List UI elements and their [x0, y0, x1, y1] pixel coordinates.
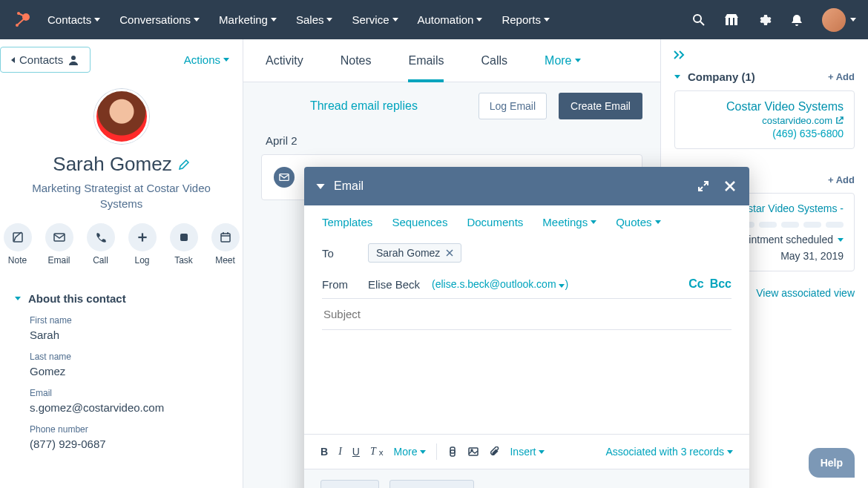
notifications-bell-icon[interactable] [789, 13, 804, 27]
chevron-down-icon [326, 18, 332, 22]
formatting-toolbar: B I U Tx More Insert Associated with 3 r… [304, 434, 749, 469]
templates-tab[interactable]: Templates [322, 216, 372, 228]
action-label: Meet [215, 255, 235, 266]
associated-records-button[interactable]: Associated with 3 records [605, 446, 733, 458]
note-button[interactable] [4, 223, 32, 251]
call-button[interactable] [87, 223, 115, 251]
company-name: Costar Video Systems [685, 100, 844, 113]
composer-title: Email [334, 179, 364, 193]
cc-button[interactable]: Cc [688, 277, 703, 291]
nav-links: Contacts Conversations Marketing Sales S… [47, 13, 550, 26]
collapse-composer-icon[interactable] [316, 184, 324, 189]
bcc-button[interactable]: Bcc [710, 277, 731, 291]
task-button[interactable] [170, 223, 198, 251]
company-card[interactable]: Costar Video Systems costarvideo.com (46… [674, 90, 855, 149]
to-row[interactable]: To Sarah Gomez [304, 236, 749, 270]
documents-tab[interactable]: Documents [467, 216, 523, 228]
collapse-sidebar-button[interactable] [661, 44, 868, 65]
tab-more[interactable]: More [545, 54, 580, 67]
add-company-link[interactable]: + Add [828, 71, 855, 82]
svg-rect-15 [180, 234, 188, 241]
italic-button[interactable]: I [338, 446, 342, 458]
email-body-editor[interactable] [304, 330, 749, 434]
composer-header[interactable]: Email [304, 167, 749, 205]
note-action: Note [4, 223, 32, 266]
nav-automation[interactable]: Automation [418, 13, 483, 26]
log-email-button[interactable]: Log Email [479, 93, 547, 119]
recipient-chip[interactable]: Sarah Gomez [368, 243, 461, 263]
email-field[interactable]: Emails.gomez@costarvideo.com [0, 385, 243, 421]
contact-avatar[interactable] [94, 89, 149, 144]
view-associated-link[interactable]: View associated view [756, 287, 855, 299]
nav-service[interactable]: Service [352, 13, 398, 26]
company-phone[interactable]: (469) 635-6800 [685, 128, 844, 139]
company-url[interactable]: costarvideo.com [762, 115, 832, 126]
remove-chip-icon[interactable] [446, 249, 453, 257]
from-email[interactable]: (elise.s.beck@outlook.com ) [432, 278, 568, 290]
edit-pencil-icon[interactable] [178, 159, 190, 171]
tab-calls[interactable]: Calls [481, 54, 507, 67]
link-button[interactable] [447, 446, 458, 457]
svg-point-10 [71, 56, 76, 60]
help-button[interactable]: Help [809, 448, 855, 478]
about-header: About this contact [28, 292, 126, 305]
expand-icon[interactable] [697, 180, 709, 192]
about-section-toggle[interactable]: About this contact [0, 280, 243, 312]
search-icon[interactable] [691, 13, 706, 27]
quotes-tab[interactable]: Quotes [616, 216, 660, 228]
task-action: Task [170, 223, 198, 266]
email-button[interactable] [45, 223, 73, 251]
tab-activity[interactable]: Activity [266, 54, 303, 67]
from-label: From [322, 278, 356, 291]
close-icon[interactable] [724, 180, 736, 192]
send-row: Send Send Later Create a task to follow … [304, 469, 749, 488]
record-tabs: Activity Notes Emails Calls More [243, 39, 660, 82]
send-button[interactable]: Send [320, 480, 379, 488]
send-later-button[interactable]: Send Later [389, 480, 475, 488]
chevron-down-icon [655, 220, 661, 224]
meet-button[interactable] [211, 223, 240, 251]
chevron-down-icon[interactable] [838, 238, 844, 242]
nav-sales[interactable]: Sales [296, 13, 333, 26]
log-button[interactable] [128, 223, 157, 251]
marketplace-icon[interactable] [724, 13, 739, 27]
phone-field[interactable]: Phone number(877) 929-0687 [0, 421, 243, 458]
nav-conversations[interactable]: Conversations [119, 13, 200, 26]
nav-label: Service [352, 13, 389, 26]
company-header: Company (1) [688, 70, 755, 83]
nav-marketing[interactable]: Marketing [219, 13, 277, 26]
hubspot-logo-icon[interactable] [12, 10, 33, 30]
bold-button[interactable]: B [320, 446, 328, 458]
actions-menu[interactable]: Actions [184, 53, 229, 66]
log-action: Log [128, 223, 157, 266]
back-contacts-button[interactable]: Contacts [0, 47, 91, 73]
thread-email-link[interactable]: Thread email replies [310, 99, 418, 113]
last-name-field[interactable]: Last nameGomez [0, 349, 243, 385]
nav-contacts[interactable]: Contacts [47, 13, 100, 26]
field-value: (877) 929-0687 [30, 438, 213, 450]
contact-sidebar: Contacts Actions Sarah Gomez Marketing S… [0, 39, 243, 488]
subject-row[interactable] [304, 299, 749, 329]
sequences-tab[interactable]: Sequences [392, 216, 447, 228]
more-label: More [394, 446, 418, 458]
company-section-toggle[interactable]: Company (1) + Add [674, 70, 855, 83]
account-menu[interactable] [822, 8, 856, 32]
tab-emails[interactable]: Emails [408, 39, 444, 82]
subject-input[interactable] [322, 306, 731, 322]
insert-menu[interactable]: Insert [510, 446, 545, 458]
add-deal-link[interactable]: + Add [828, 174, 855, 185]
first-name-field[interactable]: First nameSarah [0, 312, 243, 349]
attachment-button[interactable] [489, 446, 499, 457]
underline-button[interactable]: U [352, 446, 360, 458]
settings-gear-icon[interactable] [757, 13, 772, 27]
from-row[interactable]: From Elise Beck (elise.s.beck@outlook.co… [304, 270, 749, 298]
clear-format-button[interactable]: Tx [370, 446, 384, 458]
close-date: May 31, 2019 [780, 250, 844, 262]
tab-notes[interactable]: Notes [341, 54, 372, 67]
nav-reports[interactable]: Reports [502, 13, 550, 26]
meetings-tab[interactable]: Meetings [542, 216, 596, 228]
image-button[interactable] [468, 446, 479, 457]
create-email-button[interactable]: Create Email [559, 93, 642, 119]
to-label: To [322, 247, 356, 260]
more-format-button[interactable]: More [394, 446, 427, 458]
